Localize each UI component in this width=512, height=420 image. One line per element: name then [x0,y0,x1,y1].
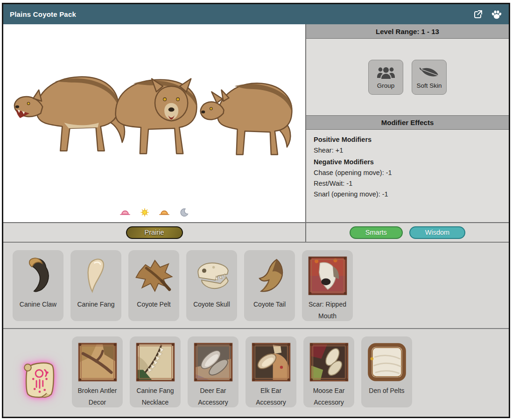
biome-badge-prairie[interactable]: Prairie [126,226,183,239]
drop-card-den-of-pelts[interactable]: Den of Pelts [361,336,412,407]
encounter-window: Plains Coyote Pack [2,3,510,418]
drop-card-coyote-skull[interactable]: Coyote Skull [186,250,237,321]
coyote-middle [116,79,197,154]
page-title: Plains Coyote Pack [10,10,76,18]
screen: Plains Coyote Pack [0,0,512,420]
level-range-header: Level Range: 1 - 13 [306,24,509,39]
canine-fang-necklace-image [133,340,178,385]
broken-antler-decor-image [75,340,120,385]
night-icon [178,208,189,217]
external-link-icon[interactable] [472,9,484,20]
group-icon [377,65,395,80]
drop-label: Canine Fang [77,299,114,310]
elk-ear-accessory-image [249,340,294,385]
negative-modifiers-heading: Negative Modifiers [314,158,501,166]
biome-strip-right: Smarts Wisdom [306,223,509,242]
drop-label: Coyote Tail [253,299,286,310]
drop-label: Canine Fang Necklace [132,385,179,408]
drop-card-canine-fang-necklace[interactable]: Canine Fang Necklace [130,336,181,407]
stat-badge-smarts[interactable]: Smarts [350,226,403,239]
modifier-line: Snarl (opening move): -1 [314,190,501,198]
recipe-scroll-icon[interactable] [13,344,65,415]
modifier-line: Chase (opening move): -1 [314,169,501,176]
deer-ear-accessory-image [191,340,236,385]
coyote-pack-illustration [12,56,297,203]
special-drops-section: Broken Antler Decor [3,329,509,417]
drop-card-broken-antler-decor[interactable]: Broken Antler Decor [72,336,123,407]
title-bar: Plains Coyote Pack [3,4,509,24]
drop-label: Coyote Pelt [137,299,170,310]
drop-card-canine-claw[interactable]: Canine Claw [13,250,63,321]
canine-fang-image [74,253,119,298]
trait-label: Group [377,82,395,89]
modifier-line: Shear: +1 [314,147,501,154]
drop-label: Moose Ear Accessory [305,385,352,408]
modifier-list: Positive Modifiers Shear: +1 Negative Mo… [306,130,509,207]
drop-label: Den of Pelts [369,385,404,397]
modifier-line: Rest/Wait: -1 [314,180,501,187]
coyote-left [14,77,125,151]
biome-strip-left: Prairie [3,223,306,242]
feather-icon [420,65,439,80]
stat-badge-wisdom[interactable]: Wisdom [409,226,465,239]
drop-label: Elk Ear Accessory [247,385,295,408]
dusk-icon [159,208,170,217]
trait-button-soft-skin[interactable]: Soft Skin [412,60,447,95]
drop-label: Scar: Ripped Mouth [304,299,351,322]
coyote-skull-image [189,253,234,298]
trait-label: Soft Skin [416,82,442,89]
encounter-image-panel [3,24,306,222]
traits-area: Group Soft Skin [306,39,509,115]
paw-icon[interactable] [491,9,502,20]
drop-card-coyote-tail[interactable]: Coyote Tail [244,250,295,321]
trait-button-group[interactable]: Group [368,60,403,95]
day-icon [139,208,150,217]
drop-card-coyote-pelt[interactable]: Coyote Pelt [128,250,179,321]
biome-strip: Prairie Smarts Wisdom [3,223,509,243]
moose-ear-accessory-image [307,340,351,385]
drops-section: Canine Claw Canine Fang Coyote Pelt [3,243,509,329]
main-area: Level Range: 1 - 13 Group [3,24,509,223]
stats-panel: Level Range: 1 - 13 Group [306,24,509,222]
canine-claw-image [16,253,61,298]
drop-label: Broken Antler Decor [74,385,121,408]
drop-label: Coyote Skull [193,299,230,310]
drop-card-elk-ear-accessory[interactable]: Elk Ear Accessory [245,336,296,407]
drop-label: Canine Claw [20,299,56,310]
positive-modifiers-heading: Positive Modifiers [314,136,501,143]
times-of-day-row [3,208,305,217]
drop-card-deer-ear-accessory[interactable]: Deer Ear Accessory [188,336,238,407]
den-of-pelts-image [365,340,409,385]
drop-card-moose-ear-accessory[interactable]: Moose Ear Accessory [303,336,354,407]
coyote-pelt-image [132,253,176,298]
dawn-icon [119,208,131,217]
modifier-effects-header: Modifier Effects [306,115,509,130]
drop-card-canine-fang[interactable]: Canine Fang [70,250,121,321]
coyote-right [201,83,292,154]
scar-ripped-mouth-image [305,253,350,298]
coyote-tail-image [247,253,292,298]
drop-label: Deer Ear Accessory [189,385,237,408]
drop-card-scar-ripped-mouth[interactable]: Scar: Ripped Mouth [302,250,353,321]
